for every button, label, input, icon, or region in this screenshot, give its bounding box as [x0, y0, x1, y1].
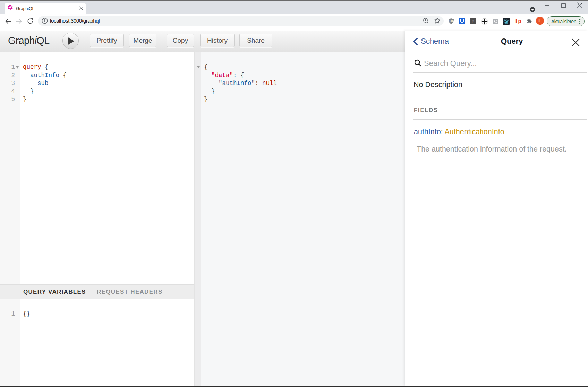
svg-text:P: P: [472, 19, 474, 23]
svg-text:UO: UO: [450, 20, 453, 22]
